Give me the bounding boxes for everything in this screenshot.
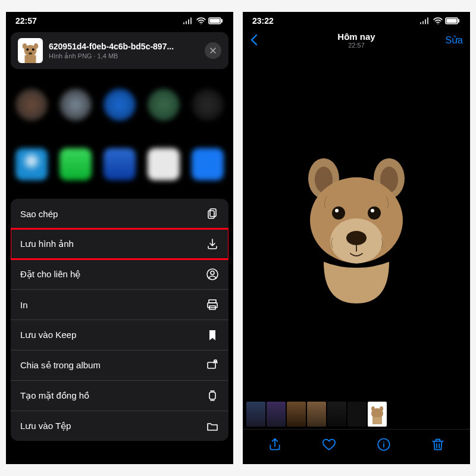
action-label: Lưu hình ảnh [20, 239, 74, 249]
svg-point-4 [34, 43, 39, 49]
phone-left: 22:57 [6, 12, 233, 464]
svg-rect-18 [209, 392, 215, 399]
wifi-icon [433, 17, 443, 24]
wifi-icon [196, 17, 206, 24]
share-button[interactable] [267, 437, 283, 452]
edit-button[interactable]: Sửa [444, 35, 463, 46]
svg-point-6 [32, 48, 35, 51]
nav-bar: Hôm nay 22:57 Sửa [243, 29, 470, 52]
svg-rect-16 [208, 362, 215, 368]
svg-point-27 [332, 206, 345, 220]
share-targets-blurred [6, 75, 233, 194]
file-thumbnail [18, 38, 43, 63]
svg-point-3 [23, 43, 27, 49]
thumb-item[interactable] [287, 402, 306, 427]
phone-right: 23:22 Hôm nay 22:57 Sửa [243, 12, 470, 464]
status-time: 23:22 [252, 16, 274, 26]
share-sheet-header: 620951d4-f0eb-4c6b-bd5c-897... Hình ảnh … [11, 32, 228, 69]
nav-subtitle: 22:57 [337, 42, 375, 49]
photo-animal [291, 149, 422, 303]
svg-rect-35 [372, 417, 382, 424]
bookmark-icon [206, 328, 219, 342]
thumb-item[interactable] [327, 402, 346, 427]
shared-album-icon [206, 359, 219, 372]
status-bar: 23:22 [243, 12, 470, 29]
signal-icon [420, 17, 431, 24]
nav-title: Hôm nay [337, 32, 375, 42]
copy-icon [206, 207, 219, 220]
info-button[interactable] [376, 437, 392, 452]
action-watch-face[interactable]: Tạo mặt đồng hồ [11, 381, 228, 411]
nav-title-block: Hôm nay 22:57 [337, 32, 375, 49]
favorite-button[interactable] [321, 437, 337, 452]
download-icon [206, 237, 219, 250]
svg-rect-1 [210, 19, 220, 23]
svg-point-31 [346, 231, 367, 245]
print-icon [206, 298, 219, 311]
battery-icon [445, 17, 461, 24]
svg-point-30 [371, 209, 374, 212]
action-label: Chia sẻ trong album [20, 360, 101, 371]
svg-point-33 [371, 406, 375, 411]
svg-rect-8 [25, 55, 36, 63]
delete-button[interactable] [430, 437, 446, 452]
svg-point-29 [335, 209, 339, 212]
svg-point-28 [368, 206, 381, 220]
file-subtitle: Hình ảnh PNG · 1,4 MB [49, 52, 199, 60]
svg-rect-20 [447, 19, 457, 23]
action-copy[interactable]: Sao chép [11, 199, 228, 229]
thumb-item[interactable] [307, 402, 326, 427]
contact-icon [206, 268, 219, 281]
file-meta: 620951d4-f0eb-4c6b-bd5c-897... Hình ảnh … [49, 42, 199, 60]
status-right [420, 17, 461, 24]
svg-point-34 [380, 406, 383, 411]
thumb-item[interactable] [347, 402, 367, 427]
action-label: Lưu vào Tệp [20, 421, 71, 431]
svg-rect-9 [210, 209, 216, 217]
file-name: 620951d4-f0eb-4c6b-bd5c-897... [49, 42, 199, 51]
status-right [183, 17, 224, 24]
photo-viewport[interactable] [243, 52, 470, 399]
action-list: Sao chép Lưu hình ảnh Đặt cho liên hệ [11, 199, 228, 441]
status-time: 22:57 [15, 16, 37, 26]
action-save-files[interactable]: Lưu vào Tệp [11, 411, 228, 441]
thumb-item[interactable] [246, 402, 265, 427]
action-label: Đặt cho liên hệ [20, 269, 80, 280]
svg-point-12 [211, 271, 214, 275]
action-label: Sao chép [20, 209, 58, 219]
thumb-item-selected[interactable] [368, 402, 387, 427]
action-save-image[interactable]: Lưu hình ảnh [11, 229, 228, 259]
action-label: In [20, 300, 28, 310]
thumbnail-strip[interactable] [243, 399, 470, 429]
svg-point-5 [26, 48, 29, 51]
status-bar: 22:57 [6, 12, 233, 29]
photo-toolbar [243, 429, 470, 464]
action-save-keep[interactable]: Lưu vào Keep [11, 320, 228, 350]
action-share-album[interactable]: Chia sẻ trong album [11, 350, 228, 381]
close-button[interactable] [205, 42, 221, 59]
action-label: Tạo mặt đồng hồ [20, 390, 89, 401]
signal-icon [183, 17, 194, 24]
watch-icon [206, 389, 219, 402]
action-assign-contact[interactable]: Đặt cho liên hệ [11, 259, 228, 290]
action-print[interactable]: In [11, 290, 228, 320]
action-label: Lưu vào Keep [20, 330, 76, 340]
back-button[interactable] [250, 34, 269, 46]
svg-point-7 [29, 52, 32, 55]
svg-rect-10 [208, 211, 214, 218]
battery-icon [208, 17, 224, 24]
thumb-item[interactable] [267, 402, 286, 427]
folder-icon [206, 419, 219, 433]
